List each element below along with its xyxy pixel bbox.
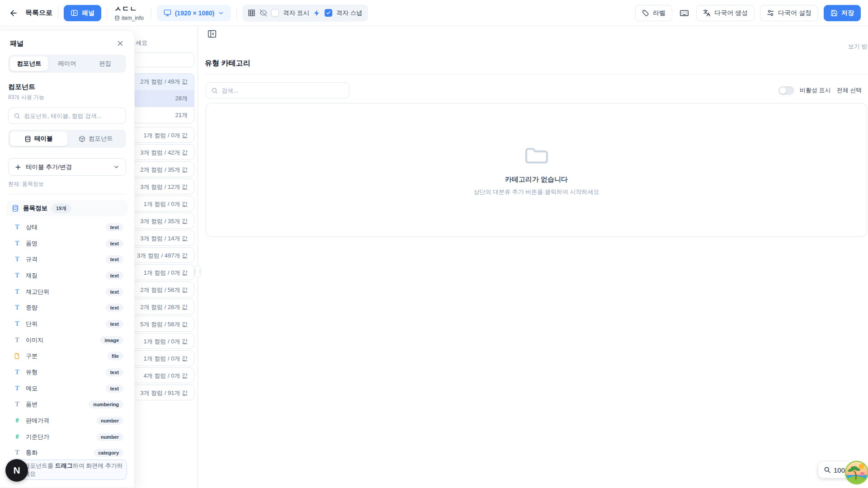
back-label[interactable]: 목록으로 [25, 9, 52, 17]
grid-snap-checkbox[interactable] [325, 9, 332, 17]
label-button-text: 라벨 [653, 9, 665, 17]
field-row[interactable]: T 통화 category [14, 445, 123, 461]
mode-component-tab[interactable]: 컴포넌트 [67, 131, 125, 146]
field-type-badge: category [94, 449, 123, 457]
field-name: 규격 [26, 255, 38, 263]
field-name: 이미지 [26, 336, 43, 344]
close-icon [116, 39, 124, 47]
table-name: 품목정보 [23, 204, 47, 212]
field-name: 품번 [26, 400, 38, 408]
grid-show-label[interactable]: 격자 표시 [283, 9, 309, 17]
field-type-icon: T [14, 240, 21, 247]
field-type-icon: T [14, 224, 21, 231]
divider [107, 7, 107, 19]
plus-icon [14, 164, 22, 171]
field-type-badge: text [105, 272, 123, 280]
current-table-label: 현재: 품목정보 [8, 180, 126, 188]
assistant-logo-badge[interactable]: N [5, 459, 28, 482]
keyboard-shortcuts-button[interactable] [678, 6, 691, 19]
search-icon [211, 87, 218, 94]
component-search [8, 108, 126, 124]
panel-close-button[interactable] [114, 38, 126, 49]
field-row[interactable]: T 중량 text [14, 300, 123, 316]
mode-table-label: 테이블 [34, 135, 53, 143]
field-row[interactable]: # 기준단가 number [14, 429, 123, 445]
i18n-generate-button[interactable]: 다국어 생성 [696, 5, 755, 21]
component-search-input[interactable] [24, 113, 121, 119]
table-group-header[interactable]: 품목정보 19개 [6, 200, 128, 216]
field-name: 구분 [26, 352, 38, 360]
field-name: 상태 [26, 223, 38, 231]
field-row[interactable]: T 단위 text [14, 316, 123, 332]
source-mode-tabs: 테이블 컴포넌트 [8, 130, 126, 148]
inactive-toggle[interactable] [778, 86, 794, 95]
document-info: ㅅㄷㄴ item_info [113, 5, 146, 21]
zoom-level-value: 100 [834, 466, 845, 474]
field-row[interactable]: T 이미지 image [14, 332, 123, 348]
field-type-badge: image [100, 336, 123, 344]
field-row[interactable]: T 품번 numbering [14, 397, 123, 413]
field-row[interactable]: T 규격 text [14, 251, 123, 267]
field-type-icon: T [14, 320, 21, 328]
field-type-icon: T [14, 369, 21, 376]
folder-icon [523, 144, 551, 166]
field-type-icon: # [14, 417, 21, 424]
tab-edit[interactable]: 편집 [86, 56, 124, 71]
page-title: ㅅㄷㄴ [114, 5, 144, 14]
select-all-button[interactable]: 전체 선택 [837, 86, 862, 94]
field-type-icon: # [14, 433, 21, 441]
field-row[interactable]: T 재고단위 text [14, 284, 123, 300]
category-search-input[interactable] [222, 87, 344, 94]
split-drag-handle[interactable]: ⋮⋮ [194, 266, 201, 277]
field-type-badge: text [105, 304, 123, 312]
grid-controls: 격자 표시 격자 스냅 [242, 5, 368, 22]
mode-table-tab[interactable]: 테이블 [10, 131, 67, 146]
field-type-badge: text [105, 239, 123, 248]
i18n-settings-button[interactable]: 다국어 설정 [760, 5, 818, 21]
panel-title: 패널 [10, 39, 24, 48]
keyboard-icon [679, 8, 689, 18]
field-row[interactable]: T 재질 text [14, 267, 123, 284]
canvas-panel-toggle-icon[interactable] [207, 29, 217, 39]
resolution-value: (868 × 488) [175, 9, 215, 17]
field-row[interactable]: # 판매가격 number [14, 413, 123, 429]
field-type-badge: numbering [89, 400, 123, 408]
island-sticker-icon[interactable] [844, 460, 868, 485]
view-mode-label[interactable]: 보기 방식 [848, 42, 868, 51]
field-type-badge: number [96, 417, 123, 425]
add-table-button[interactable]: 테이블 추가/변경 [8, 158, 126, 176]
field-name: 메모 [26, 385, 38, 393]
hint-prefix: 컴포넌트를 [24, 462, 55, 469]
tab-layers[interactable]: 레이어 [48, 56, 86, 71]
divider [151, 7, 151, 19]
tab-components[interactable]: 컴포넌트 [10, 56, 48, 71]
back-button[interactable] [7, 7, 20, 19]
chevron-down-icon [113, 164, 120, 170]
field-name: 판매가격 [26, 417, 49, 425]
field-name: 중량 [26, 304, 38, 312]
field-name: 단위 [26, 320, 38, 328]
resolution-select[interactable]: (868 × 488) [157, 5, 231, 21]
field-row[interactable]: T 유형 text [14, 364, 123, 380]
panel-button[interactable]: 패널 [64, 5, 101, 21]
divider [58, 7, 58, 19]
save-button[interactable]: 저장 [824, 5, 861, 21]
field-type-icon: T [14, 256, 21, 263]
field-row[interactable]: T 메모 text [14, 380, 123, 397]
field-row[interactable]: 구분 file [14, 348, 123, 365]
field-row[interactable]: T 상태 text [14, 219, 123, 235]
field-row[interactable]: T 품명 text [14, 235, 123, 252]
eye-off-icon [259, 9, 267, 17]
table-field-count-badge: 19개 [52, 204, 71, 213]
grid-show-checkbox[interactable] [271, 9, 279, 17]
logo-letter: N [13, 465, 20, 476]
panel-tabs: 컴포넌트 레이어 편집 [8, 55, 126, 73]
label-button[interactable]: 라벨 [635, 5, 672, 21]
field-type-icon: T [14, 401, 21, 408]
lightning-icon [313, 9, 321, 17]
grid-snap-label[interactable]: 격자 스냅 [336, 9, 363, 17]
inactive-toggle-label[interactable]: 비활성 표시 [800, 86, 831, 94]
field-type-icon [14, 353, 21, 359]
magnifier-icon [824, 466, 831, 474]
field-type-badge: text [105, 223, 123, 231]
